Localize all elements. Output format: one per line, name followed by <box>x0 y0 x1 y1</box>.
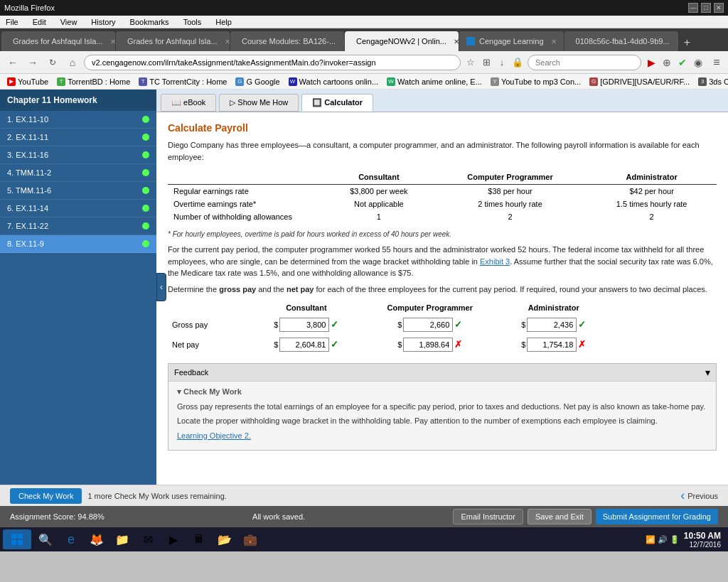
bookmark-youtube[interactable]: ▶ YouTube <box>4 77 51 86</box>
sidebar-item-7[interactable]: 7. EX.11-22 <box>0 217 156 235</box>
learning-objective-link[interactable]: Learning Objective 2. <box>177 431 251 440</box>
bookmark-list-icon[interactable]: ⊞ <box>479 55 493 70</box>
sidebar-item-6-label: 6. EX.11-14 <box>7 204 139 212</box>
systray-network-icon[interactable]: 📶 <box>646 535 655 544</box>
menu-edit[interactable]: Edit <box>30 18 49 26</box>
taskbar-files-icon[interactable]: 📂 <box>213 529 236 549</box>
taskbar-calc-icon[interactable]: 🖩 <box>188 529 210 549</box>
exhibit-link[interactable]: Exhibit 3 <box>480 257 510 266</box>
systray-volume-icon[interactable]: 🔊 <box>658 535 668 544</box>
start-button[interactable] <box>3 529 31 549</box>
bookmark-cartoons[interactable]: W Watch cartoons onlin... <box>286 77 381 86</box>
net-pay-programmer-input[interactable] <box>403 338 453 352</box>
tab-ebook[interactable]: 📖 eBook <box>161 94 216 112</box>
taskbar-folder-icon[interactable]: 📁 <box>111 529 134 549</box>
taskbar-ie-icon[interactable]: e <box>60 529 82 549</box>
tab-close-6[interactable]: ✕ <box>677 38 678 45</box>
tab-close-1[interactable]: ✕ <box>110 38 115 45</box>
tab-close-4[interactable]: ✕ <box>454 38 459 45</box>
tab-2[interactable]: Grades for Ashfaqul Isla... ✕ <box>116 31 230 51</box>
taskbar-search-icon[interactable]: 🔍 <box>34 529 57 549</box>
gross-pay-administrator-input[interactable] <box>527 318 577 332</box>
close-button[interactable]: ✕ <box>714 3 724 13</box>
taskbar-app-icon[interactable]: 💼 <box>239 529 262 549</box>
previous-button[interactable]: ‹ Previous <box>680 488 718 503</box>
system-clock[interactable]: 10:50 AM 12/7/2016 <box>684 531 721 549</box>
shield-icon[interactable]: 🔒 <box>510 55 525 70</box>
sidebar-dot-2 <box>142 134 149 141</box>
title-bar-controls[interactable]: — □ ✕ <box>688 3 724 13</box>
bookmark-3ds[interactable]: 3 3ds CIA Download For... <box>695 77 728 86</box>
bookmark-ytmp3[interactable]: Y YouTube to mp3 Con... <box>488 77 584 86</box>
addon-icon-2[interactable]: ⊕ <box>660 55 674 70</box>
submit-assignment-button[interactable]: Submit Assignment for Grading <box>596 509 718 524</box>
tab-calculator[interactable]: 🔲 Calculator <box>301 94 373 112</box>
bookmark-anime[interactable]: W Watch anime online, E... <box>384 77 485 86</box>
menu-history[interactable]: History <box>88 18 118 26</box>
tab-5[interactable]: Cengage Learning ✕ <box>459 31 564 51</box>
sidebar-item-2[interactable]: 2. EX.11-11 <box>0 129 156 146</box>
answer-row-gross: Gross pay $ ✓ $ ✓ <box>168 315 607 335</box>
addon-icon-3[interactable]: ✔ <box>675 55 690 70</box>
taskbar-firefox-icon[interactable]: 🦊 <box>85 529 108 549</box>
refresh-button[interactable]: ↻ <box>44 54 61 71</box>
sidebar-item-3[interactable]: 3. EX.11-16 <box>0 146 156 164</box>
menu-help[interactable]: Help <box>213 18 235 26</box>
table-cell-withholding-administrator: 2 <box>587 210 717 223</box>
net-pay-administrator-input[interactable] <box>527 338 577 352</box>
net-pay-consultant-input[interactable] <box>279 338 329 352</box>
tab-showmehow[interactable]: ▷ Show Me How <box>219 94 299 112</box>
menu-tools[interactable]: Tools <box>181 18 205 26</box>
tab-3[interactable]: Course Modules: BA126-... ✕ <box>230 31 344 51</box>
tab-close-2[interactable]: ✕ <box>225 38 230 45</box>
bookmark-torrentcity[interactable]: T TC TorrentCity : Home <box>136 77 230 86</box>
sidebar-item-1[interactable]: 1. EX.11-10 <box>0 111 156 129</box>
bookmark-torrentbd-label: TorrentBD : Home <box>68 77 130 86</box>
bookmark-torrentbd[interactable]: T TorrentBD : Home <box>54 77 133 86</box>
sidebar-collapse-button[interactable]: ‹ <box>156 273 166 301</box>
tab-close-3[interactable]: ✕ <box>343 38 344 45</box>
gross-pay-administrator-cell: $ ✓ <box>500 315 607 335</box>
email-instructor-button[interactable]: Email Instructor <box>453 509 523 524</box>
dollar-sign-np: $ <box>397 340 402 349</box>
tab-close-5[interactable]: ✕ <box>551 38 557 45</box>
tab-bar: Grades for Ashfaqul Isla... ✕ Grades for… <box>0 28 728 51</box>
sidebar-item-4[interactable]: 4. TMM.11-2 <box>0 164 156 182</box>
download-icon[interactable]: ↓ <box>495 55 509 70</box>
gross-pay-consultant-input[interactable] <box>279 318 329 332</box>
star-icon[interactable]: ☆ <box>464 55 478 70</box>
menu-view[interactable]: View <box>58 18 80 26</box>
forward-button[interactable]: → <box>24 54 41 71</box>
gross-pay-label: Gross pay <box>168 315 253 335</box>
minimize-button[interactable]: — <box>688 3 698 13</box>
table-cell-regular-administrator: $42 per hour <box>587 185 717 198</box>
addon-icon-4[interactable]: ◉ <box>691 55 705 70</box>
gross-pay-programmer-input[interactable] <box>403 318 453 332</box>
sidebar-item-5[interactable]: 5. TMM.11-6 <box>0 182 156 200</box>
back-button[interactable]: ← <box>4 54 21 71</box>
save-and-exit-button[interactable]: Save and Exit <box>528 509 592 524</box>
home-button[interactable]: ⌂ <box>64 54 81 71</box>
tab-6[interactable]: 0108c56c-fba1-4dd0-9b9... ✕ <box>564 31 678 51</box>
table-header-administrator: Administrator <box>587 170 717 185</box>
sidebar-item-6[interactable]: 6. EX.11-14 <box>0 200 156 217</box>
tab-4[interactable]: CengageNOWv2 | Onlin... ✕ <box>345 31 459 51</box>
menu-bookmarks[interactable]: Bookmarks <box>127 18 172 26</box>
address-bar[interactable] <box>84 55 461 70</box>
new-tab-button[interactable]: + <box>679 34 696 51</box>
overflow-icon[interactable]: ≡ <box>710 55 724 70</box>
content-tabs: 📖 eBook ▷ Show Me How 🔲 Calculator <box>156 90 728 112</box>
bookmark-gdrive[interactable]: G [GDRIVE][USA/EUR/RF... <box>587 77 692 86</box>
taskbar-media-icon[interactable]: ▶ <box>162 529 185 549</box>
systray-battery-icon[interactable]: 🔋 <box>670 535 680 544</box>
bookmark-google[interactable]: G G Google <box>232 77 282 86</box>
check-my-work-button[interactable]: Check My Work <box>10 488 82 504</box>
feedback-collapse-icon[interactable]: ▾ <box>705 367 710 378</box>
sidebar-item-8[interactable]: 8. EX.11-9 <box>0 235 156 253</box>
addon-icon-1[interactable]: ▶ <box>644 55 658 70</box>
search-input[interactable] <box>528 55 641 70</box>
maximize-button[interactable]: □ <box>701 3 711 13</box>
menu-file[interactable]: File <box>3 18 21 26</box>
taskbar-mail-icon[interactable]: ✉ <box>136 529 159 549</box>
tab-1[interactable]: Grades for Ashfaqul Isla... ✕ <box>1 31 115 51</box>
